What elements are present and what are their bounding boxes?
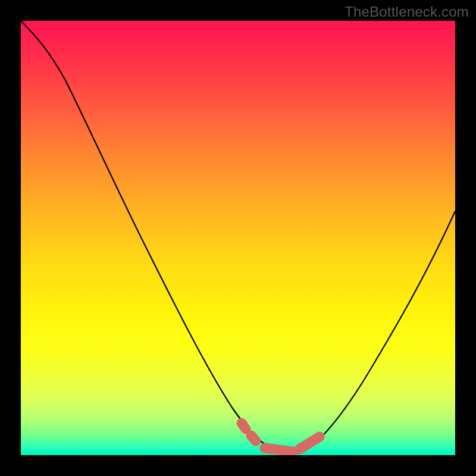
plot-area (21, 21, 455, 455)
optimal-range-dash-3 (265, 448, 292, 452)
optimal-range (242, 423, 320, 452)
watermark-text: TheBottleneck.com (345, 4, 469, 20)
curve-layer (21, 21, 455, 455)
bottleneck-curve (21, 21, 455, 453)
chart-stage: TheBottleneck.com (0, 0, 476, 476)
optimal-range-dash-1 (242, 423, 246, 429)
optimal-range-dash-4 (299, 437, 320, 449)
optimal-range-dash-2 (251, 436, 256, 441)
